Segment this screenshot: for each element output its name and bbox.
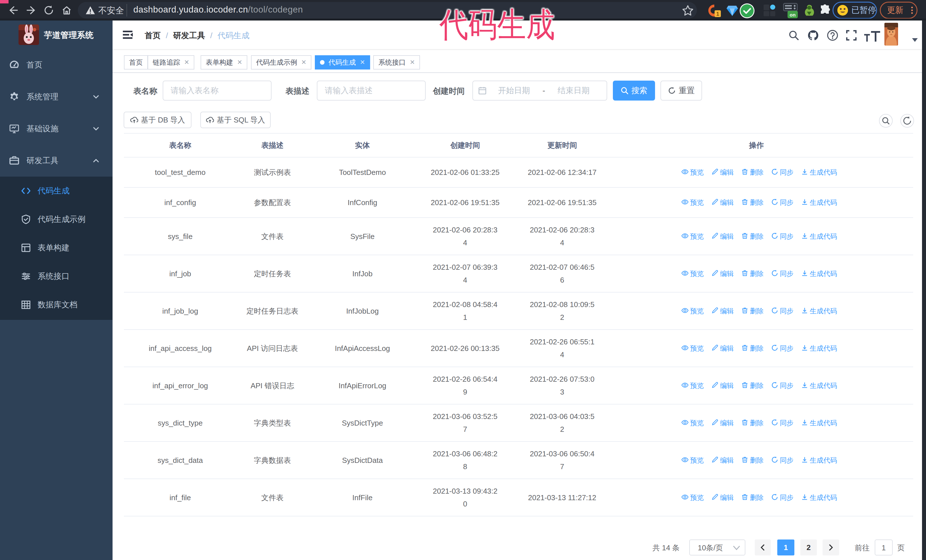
svg-text:on: on — [790, 12, 796, 18]
svg-text:1: 1 — [716, 11, 719, 17]
